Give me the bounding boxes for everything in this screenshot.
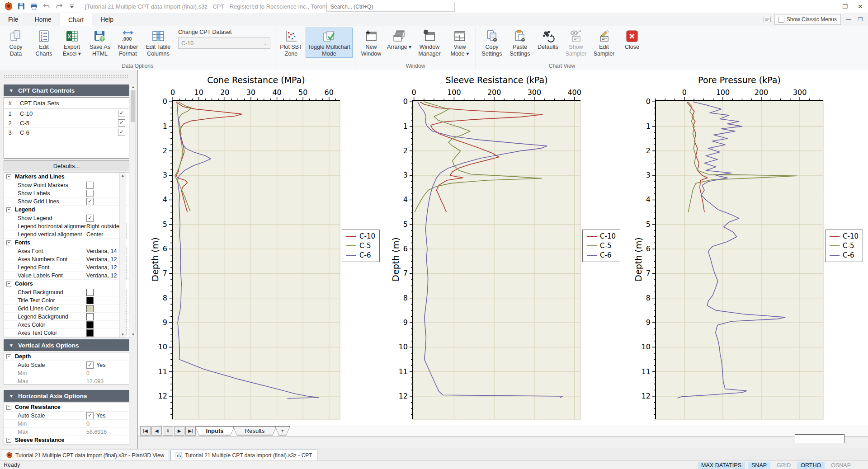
property-category-legend[interactable]: −Legend [4,206,129,214]
property-category-fonts[interactable]: −Fonts [4,239,129,247]
search-input[interactable] [326,2,455,12]
ribbon-button-defaults[interactable]: Defaults [534,28,561,52]
color-swatch[interactable] [86,297,94,304]
collapse-box-icon[interactable]: − [6,281,11,286]
property-category-sleeve-resistance[interactable]: −Sleeve Resistance [4,436,129,445]
collapse-box-icon[interactable]: − [6,405,11,410]
status-toggle-osnap[interactable]: OSNAP [827,462,854,469]
scroll-down-icon[interactable]: ▼ [130,332,136,338]
scroll-up-icon[interactable]: ▲ [120,173,126,178]
color-swatch[interactable] [86,321,94,328]
ribbon-button-export-excel[interactable]: XExport Excel ▾ [58,28,85,58]
document-tab-1[interactable]: Tutorial 21 Multiple CPT data import (fi… [1,450,169,460]
ribbon-button-edit-sampler[interactable]: Edit Sampler [590,28,618,58]
property-checkbox[interactable] [86,190,94,197]
sheet-nav-prev[interactable]: ◀ [151,426,162,436]
collapse-box-icon[interactable]: − [6,207,11,212]
maximize-button[interactable]: ❐ [837,0,853,13]
ribbon-button-copy-settings[interactable]: Copy Settings [478,28,505,58]
scroll-down-icon[interactable]: ▼ [120,332,126,338]
document-tab-2[interactable]: Tutorial 21 Multiple CPT data import (fi… [170,450,317,460]
dataset-row-c-5[interactable]: 2C-5✓ [4,118,129,128]
svg-text:200: 200 [487,88,501,97]
ribbon-button-new-window[interactable]: New Window [358,28,385,58]
dataset-visible-checkbox[interactable]: ✓ [118,119,125,127]
ribbon-tab-help[interactable]: Help [92,13,122,26]
properties-scrollbar[interactable]: ▲ ▼ [119,173,126,338]
property-category-markers-and-lines[interactable]: −Markers and Lines [4,173,129,181]
vertical-axis-options-header[interactable]: ▼ Vertical Axis Options [4,339,129,351]
property-checkbox[interactable]: ✓ [86,198,94,205]
save-icon[interactable] [16,1,26,11]
minimize-button[interactable]: – [822,0,837,13]
qat-customize-icon[interactable] [67,1,77,11]
ribbon-tab-home[interactable]: Home [27,13,60,26]
dataset-visible-checkbox[interactable]: ✓ [118,110,125,117]
print-icon[interactable] [29,1,39,11]
status-toggle-ortho[interactable]: ORTHO [797,462,825,469]
ribbon-button-view-mode[interactable]: View Mode ▾ [446,28,473,58]
collapse-box-icon[interactable]: − [6,174,11,179]
property-checkbox[interactable] [86,182,94,189]
color-swatch[interactable] [86,329,94,337]
dataset-row-c-10[interactable]: 1C-10✓ [4,109,129,118]
color-swatch[interactable] [86,289,94,296]
panel-grip[interactable] [4,75,128,79]
ribbon-tab-file[interactable]: File [0,13,27,26]
show-classic-menus-button[interactable]: Show Classic Menus [774,14,841,25]
mdi-minimize-icon[interactable]: — [844,16,853,23]
collapse-box-icon[interactable]: − [6,354,11,359]
property-row-legend-horizontal-alignment: Legend horizontal alignmentRight outside… [4,222,129,230]
ribbon-button-edit-charts[interactable]: 123Edit Charts [30,28,57,58]
horizontal-axis-options-header[interactable]: ▼ Horizontal Axis Options [4,390,129,402]
color-swatch[interactable] [86,313,94,320]
ribbon-button-number-format[interactable]: ,000Number Format [114,28,142,58]
defaults-dialog-button[interactable]: Defaults... [4,160,129,171]
ribbon-button-close[interactable]: Close [618,28,646,52]
ribbon-button-paste-settings[interactable]: Paste Settings [506,28,533,58]
dataset-visible-checkbox[interactable]: ✓ [118,129,125,136]
sidebar-scrollbar[interactable]: ▲ ▼ [130,84,136,338]
property-category-colors[interactable]: −Colors [4,280,129,288]
property-category-cone-resistance[interactable]: −Cone Resistance [4,403,129,412]
redo-icon[interactable] [54,1,64,11]
sheet-nav-first[interactable]: |◀ [140,426,151,436]
undo-icon[interactable] [42,1,52,11]
ribbon-button-copy-data[interactable]: Copy Data [2,28,29,58]
ribbon-button-save-as-html[interactable]: Save As HTML [86,28,113,58]
sheet-tab-add[interactable]: + [275,426,290,436]
property-row-title-text-color: Title Text Color… [4,296,129,305]
ribbon-button-toggle-multichart[interactable]: Toggle Multichart Mode [306,28,353,58]
status-toggle-grid[interactable]: GRID [773,462,794,469]
ribbon-button-arrange[interactable]: Arrange ▾ [386,28,413,52]
color-swatch[interactable] [86,338,94,338]
property-checkbox[interactable]: ✓ [86,361,94,369]
cpt-dataset-select[interactable]: C-10⌄ [178,38,270,49]
ribbon-tab-chart[interactable]: Chart [60,13,92,27]
cpt-chart-controls-header[interactable]: ▼ CPT Chart Controls [4,84,129,96]
property-checkbox[interactable]: ✓ [86,215,94,222]
property-checkbox[interactable]: ✓ [86,412,94,419]
collapse-box-icon[interactable]: − [6,438,11,443]
mdi-restore-icon[interactable]: ❐ [856,16,864,23]
scrollbar-thumb[interactable] [131,90,135,122]
sheet-tab-inputs[interactable]: Inputs [195,426,235,436]
status-toggle-max-datatips[interactable]: MAX DATATIPS [698,462,745,469]
scroll-up-icon[interactable]: ▲ [130,84,136,90]
status-toggle-snap[interactable]: SNAP [748,462,770,469]
ellipsis-button[interactable]: … [119,338,127,338]
sheet-nav-last[interactable]: ▶| [185,426,196,436]
color-swatch[interactable] [86,305,94,312]
classic-menus-checkbox[interactable] [778,17,784,23]
ribbon-button-window-manager[interactable]: Window Manager [414,28,445,58]
sheet-nav-next[interactable]: ▶ [174,426,184,436]
sheet-tab-results[interactable]: Results [233,426,277,436]
ribbon-button-edit-table-columns[interactable]: Edit Table Columns [142,28,174,58]
sheet-nav-hash[interactable]: # [163,426,173,436]
ribbon-button-plot-sbt-zone[interactable]: Plot SBT Zone [278,28,305,58]
dataset-row-c-6[interactable]: 3C-6✓ [4,128,129,137]
close-window-button[interactable]: ✕ [853,0,868,13]
collapse-box-icon[interactable]: − [6,240,11,245]
property-category-depth[interactable]: −Depth [4,352,129,361]
touch-mode-icon[interactable] [764,16,771,23]
